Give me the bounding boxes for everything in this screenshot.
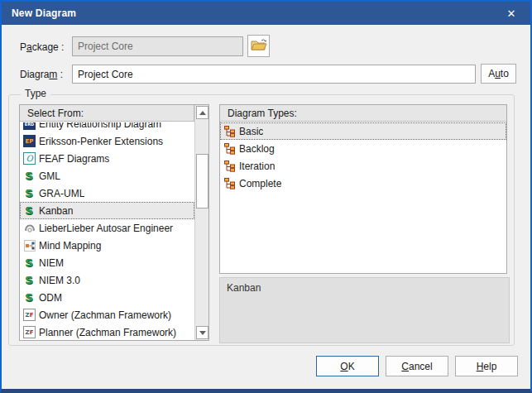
- triangle-down-icon: [199, 331, 206, 335]
- list-item-niem[interactable]: NIEM: [20, 254, 194, 271]
- zachman-framework-icon: [23, 309, 36, 321]
- package-field: [72, 36, 243, 56]
- description-box: Kanban: [219, 277, 510, 343]
- title-bar: New Diagram ✕: [2, 2, 530, 25]
- type-item-basic[interactable]: Basic: [220, 122, 506, 140]
- dialog-title: New Diagram: [12, 7, 76, 19]
- dialog-body: Package : Diagram : Auto Type Select Fro…: [2, 25, 530, 389]
- zachman-framework-icon: [23, 326, 36, 338]
- diagram-tree-icon: [223, 125, 236, 137]
- cancel-button[interactable]: Cancel: [386, 356, 448, 376]
- list-item-owner-zachman[interactable]: Owner (Zachman Framework): [20, 306, 194, 324]
- scroll-down-button[interactable]: [196, 326, 208, 339]
- select-from-header: Select From:: [20, 105, 194, 122]
- select-from-items: Entity Relationship Diagram Eriksson-Pen…: [20, 122, 194, 340]
- ok-button[interactable]: OK: [316, 356, 379, 376]
- list-item-eriksson-penker[interactable]: Eriksson-Penker Extensions: [20, 132, 194, 150]
- list-item-gml[interactable]: GML: [20, 167, 194, 185]
- package-label: Package :: [20, 41, 64, 53]
- list-item-niem-3-0[interactable]: NIEM 3.0: [20, 271, 194, 289]
- type-item-iteration[interactable]: Iteration: [220, 157, 506, 175]
- feaf-icon: [23, 152, 36, 165]
- diagram-label: Diagram :: [20, 69, 63, 80]
- scrollbar-thumb[interactable]: [196, 154, 208, 208]
- list-item-gra-uml[interactable]: GRA-UML: [20, 185, 194, 202]
- type-item-complete[interactable]: Complete: [220, 175, 506, 192]
- select-from-scrollbar[interactable]: [194, 105, 208, 340]
- new-diagram-dialog: New Diagram ✕ Package : Diagram : Auto T…: [0, 0, 532, 393]
- erd-icon: [23, 122, 36, 130]
- diagram-types-list: Diagram Types: Basic Backlog: [219, 104, 507, 274]
- list-item-entity-relationship-diagram[interactable]: Entity Relationship Diagram: [20, 122, 194, 132]
- auto-button[interactable]: Auto: [481, 64, 516, 84]
- mind-mapping-icon: [23, 239, 36, 252]
- profile-icon: [23, 274, 36, 286]
- diagram-types-items: Basic Backlog Iteration: [220, 122, 506, 273]
- diagram-tree-icon: [223, 177, 236, 189]
- profile-icon: [23, 291, 36, 304]
- close-icon[interactable]: ✕: [497, 2, 525, 25]
- type-item-backlog[interactable]: Backlog: [220, 140, 506, 157]
- list-item-lieberlieber-autosar[interactable]: LieberLieber Autosar Engineer: [20, 219, 194, 237]
- diagram-types-header: Diagram Types:: [220, 105, 506, 122]
- browse-package-button[interactable]: [247, 35, 270, 57]
- list-item-kanban[interactable]: Kanban: [20, 202, 194, 219]
- ep-icon: [23, 135, 36, 147]
- select-from-list: Select From: Entity Relationship Diagram…: [19, 104, 209, 341]
- profile-icon: [23, 256, 36, 269]
- diagram-tree-icon: [223, 142, 236, 155]
- help-button[interactable]: Help: [455, 356, 518, 376]
- list-item-mind-mapping[interactable]: Mind Mapping: [20, 237, 194, 254]
- profile-icon: [23, 204, 36, 217]
- diagram-name-input[interactable]: [72, 65, 476, 84]
- folder-icon: [251, 38, 267, 54]
- profile-icon: [23, 170, 36, 182]
- scroll-up-button[interactable]: [196, 106, 208, 119]
- type-group-label: Type: [21, 88, 50, 99]
- list-item-odm[interactable]: ODM: [20, 289, 194, 306]
- diagram-tree-icon: [223, 160, 236, 172]
- triangle-up-icon: [199, 111, 206, 115]
- type-groupbox: Type Select From: Entity Relationship Di…: [8, 94, 515, 346]
- profile-icon: [23, 187, 36, 199]
- list-item-feaf-diagrams[interactable]: FEAF Diagrams: [20, 150, 194, 167]
- list-item-planner-zachman[interactable]: Planner (Zachman Framework): [20, 324, 194, 340]
- lieberlieber-icon: [23, 222, 36, 234]
